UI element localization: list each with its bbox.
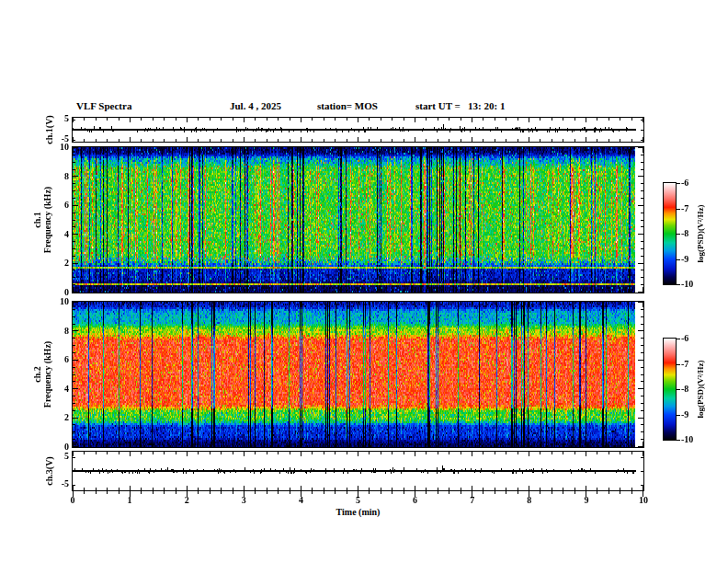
tick-mark bbox=[73, 324, 75, 325]
tick-mark bbox=[141, 290, 142, 293]
tick-mark bbox=[255, 491, 256, 494]
tick-mark bbox=[290, 488, 290, 490]
tick-mark bbox=[164, 118, 165, 121]
tick-mark bbox=[221, 302, 222, 304]
tick-mark bbox=[574, 444, 575, 447]
tick-mark bbox=[563, 139, 563, 142]
ch2-spectrogram-canvas bbox=[73, 302, 643, 447]
tick-mark bbox=[369, 444, 370, 447]
time-tick-label: 2 bbox=[173, 495, 200, 505]
tick-mark bbox=[677, 234, 680, 235]
tick-mark bbox=[73, 162, 75, 163]
tick-mark bbox=[495, 452, 495, 454]
tick-mark bbox=[540, 147, 540, 150]
tick-mark bbox=[449, 290, 449, 293]
tick-mark bbox=[563, 488, 563, 490]
tick-mark bbox=[392, 452, 392, 454]
tick-mark bbox=[73, 169, 75, 170]
tick-mark bbox=[176, 118, 176, 121]
tick-mark bbox=[518, 147, 518, 150]
tick-mark bbox=[638, 292, 643, 293]
tick-mark bbox=[483, 139, 483, 142]
tick-mark bbox=[506, 452, 506, 454]
tick-mark bbox=[221, 444, 222, 447]
ch2-frequency-axis-title: ch.2 Frequency (kHz) bbox=[32, 341, 52, 408]
tick-mark bbox=[631, 302, 632, 304]
tick-mark bbox=[255, 139, 256, 142]
tick-mark bbox=[73, 263, 78, 264]
tick-mark bbox=[529, 287, 529, 293]
tick-mark bbox=[130, 287, 131, 293]
tick-mark bbox=[119, 147, 119, 150]
tick-mark bbox=[73, 190, 75, 191]
tick-mark bbox=[641, 374, 643, 375]
ch3-voltage-waveform-canvas bbox=[73, 452, 643, 490]
tick-mark bbox=[358, 442, 358, 447]
ch2-frequency-tick-label: 10 bbox=[41, 296, 69, 306]
tick-mark bbox=[119, 444, 119, 447]
tick-mark bbox=[233, 147, 233, 150]
tick-mark bbox=[244, 302, 245, 307]
tick-mark bbox=[141, 452, 142, 454]
tick-mark bbox=[84, 488, 85, 490]
tick-mark bbox=[130, 137, 131, 142]
tick-mark bbox=[677, 440, 680, 441]
tick-mark bbox=[347, 452, 347, 454]
tick-mark bbox=[233, 452, 233, 454]
tick-mark bbox=[641, 367, 643, 368]
tick-mark bbox=[73, 140, 75, 141]
tick-mark bbox=[301, 491, 301, 497]
tick-mark bbox=[495, 491, 495, 494]
tick-mark bbox=[552, 118, 552, 121]
tick-mark bbox=[609, 302, 609, 304]
tick-mark bbox=[438, 118, 438, 121]
tick-mark bbox=[597, 139, 597, 142]
tick-mark bbox=[461, 488, 461, 490]
tick-mark bbox=[335, 302, 336, 304]
tick-mark bbox=[347, 290, 347, 293]
tick-mark bbox=[518, 302, 518, 304]
tick-mark bbox=[221, 491, 222, 494]
tick-mark bbox=[529, 137, 529, 142]
tick-mark bbox=[506, 488, 506, 490]
tick-mark bbox=[290, 302, 290, 304]
time-tick-label: 8 bbox=[516, 495, 543, 505]
tick-mark bbox=[438, 290, 438, 293]
time-tick-label: 1 bbox=[116, 495, 143, 505]
tick-mark bbox=[641, 471, 643, 472]
tick-mark bbox=[107, 147, 108, 150]
tick-mark bbox=[563, 302, 563, 304]
tick-mark bbox=[233, 444, 233, 447]
tick-mark bbox=[153, 491, 154, 494]
tick-mark bbox=[483, 452, 483, 454]
tick-mark bbox=[221, 452, 222, 454]
tick-mark bbox=[643, 486, 643, 490]
tick-mark bbox=[461, 118, 461, 121]
tick-mark bbox=[324, 488, 324, 490]
tick-mark bbox=[324, 147, 324, 150]
tick-mark bbox=[641, 431, 643, 432]
tick-mark bbox=[404, 290, 404, 293]
tick-mark bbox=[563, 444, 563, 447]
tick-mark bbox=[641, 324, 643, 325]
tick-mark bbox=[153, 444, 154, 447]
tick-mark bbox=[438, 444, 438, 447]
tick-mark bbox=[324, 118, 324, 121]
tick-mark bbox=[638, 263, 643, 264]
tick-mark bbox=[438, 491, 438, 494]
tick-mark bbox=[164, 491, 165, 494]
tick-mark bbox=[187, 147, 188, 153]
tick-mark bbox=[495, 147, 495, 150]
tick-mark bbox=[540, 452, 540, 454]
tick-mark bbox=[609, 491, 609, 494]
tick-mark bbox=[278, 302, 279, 304]
tick-mark bbox=[540, 488, 540, 490]
tick-mark bbox=[73, 277, 75, 278]
tick-mark bbox=[404, 444, 404, 447]
tick-mark bbox=[518, 452, 518, 454]
tick-mark bbox=[597, 147, 597, 150]
tick-mark bbox=[278, 147, 279, 150]
tick-mark bbox=[187, 491, 188, 497]
tick-mark bbox=[358, 491, 358, 497]
tick-mark bbox=[518, 290, 518, 293]
